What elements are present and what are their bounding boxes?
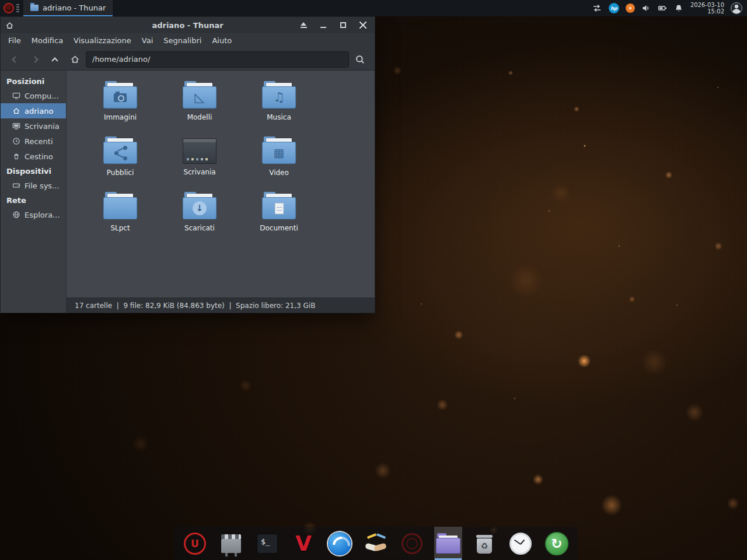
window-controls — [296, 19, 375, 32]
logout-icon — [545, 532, 568, 555]
minimize-button[interactable] — [316, 19, 330, 32]
sidebar-item-scrivania[interactable]: Scrivania — [1, 118, 66, 134]
home-button[interactable] — [66, 51, 83, 68]
file-pubblici[interactable]: Pubblici — [81, 134, 160, 190]
dock-red-v-app[interactable]: V — [289, 527, 317, 560]
shade-button[interactable] — [296, 19, 310, 32]
sidebar-item-adriano[interactable]: adriano — [1, 103, 66, 118]
file-scaricati[interactable]: Scaricati — [160, 190, 239, 245]
menu-visualizzazione[interactable]: Visualizzazione — [68, 33, 137, 48]
menubar: File Modifica Visualizzazione Vai Segnal… — [1, 33, 375, 48]
file-slpct[interactable]: SLpct — [81, 190, 160, 245]
back-button[interactable] — [6, 51, 24, 68]
software-orange-icon[interactable] — [626, 4, 635, 13]
hp-icon[interactable]: hp — [609, 3, 619, 13]
sidebar-item-esplora-rete[interactable]: Esplora... — [1, 207, 66, 222]
panel-clock[interactable]: 2026-03-10 15:02 — [690, 2, 724, 15]
recent-icon — [12, 137, 20, 145]
sidebar-label: Recenti — [25, 137, 53, 146]
folder-downloads-icon — [183, 192, 217, 220]
folder-documents-icon — [262, 192, 296, 220]
dock-terminal[interactable]: $_ — [253, 527, 281, 560]
filesystem-icon — [12, 181, 20, 190]
dock-distro-emblem[interactable] — [398, 527, 426, 560]
dock-trash[interactable]: ♻ — [470, 527, 498, 560]
up-button[interactable] — [46, 51, 64, 68]
statusbar: 17 cartelle | 9 file: 82,9 KiB (84.863 b… — [67, 298, 375, 313]
menu-file[interactable]: File — [3, 33, 26, 48]
dock-distro-logo[interactable] — [181, 527, 209, 560]
bell-icon[interactable] — [674, 4, 684, 13]
menu-segnalibri[interactable]: Segnalibri — [158, 33, 207, 48]
sidebar-label: Scrivania — [25, 122, 60, 131]
dock-video-editor[interactable] — [217, 527, 245, 560]
dock: $_ V ♻ — [174, 527, 578, 560]
file-video[interactable]: Video — [239, 134, 319, 190]
maximize-button[interactable] — [336, 19, 350, 32]
menu-aiuto[interactable]: Aiuto — [207, 33, 237, 48]
folder-video-icon — [262, 136, 296, 164]
red-v-app-icon: V — [295, 533, 312, 554]
menu-vai[interactable]: Vai — [137, 33, 158, 48]
folder-plain-icon — [103, 192, 137, 220]
network-icon — [12, 211, 20, 219]
sidebar-label: File sys... — [25, 181, 60, 190]
thunar-task-icon — [30, 5, 39, 11]
sidebar-item-recenti[interactable]: Recenti — [1, 134, 66, 149]
sidebar-item-computer[interactable]: Compu... — [1, 88, 66, 103]
sidebar-label: Esplora... — [25, 211, 60, 219]
close-button[interactable] — [356, 19, 370, 32]
system-tray: hp 20 — [592, 0, 747, 16]
sidebar-label: Cestino — [25, 152, 53, 161]
search-icon[interactable] — [351, 51, 369, 68]
taskbar-window-label: adriano - Thunar — [43, 4, 106, 12]
distro-logo-icon — [184, 533, 206, 555]
web-browser-icon — [328, 532, 351, 555]
folder-images-icon — [103, 81, 137, 109]
path-input[interactable] — [86, 51, 349, 68]
file-immagini[interactable]: Immagini — [81, 79, 160, 134]
dock-logout[interactable] — [543, 527, 571, 560]
file-manager-icon — [436, 533, 460, 554]
volume-icon[interactable] — [641, 4, 651, 13]
desktop: adriano - Thunar hp — [0, 0, 747, 560]
titlebar[interactable]: adriano - Thunar — [1, 17, 375, 33]
panel-left: adriano - Thunar — [0, 0, 113, 16]
battery-icon[interactable] — [658, 4, 668, 13]
menu-modifica[interactable]: Modifica — [26, 33, 68, 48]
user-avatar-icon[interactable] — [731, 2, 742, 14]
status-text: 17 cartelle | 9 file: 82,9 KiB (84.863 b… — [75, 302, 315, 310]
panel-date: 2026-03-10 — [690, 2, 724, 9]
file-documenti[interactable]: Documenti — [239, 190, 319, 245]
clock-dock-icon — [509, 533, 532, 555]
sidebar-header-rete: Rete — [1, 193, 66, 207]
thunar-window: adriano - Thunar File Modifica Visualizz… — [0, 16, 375, 313]
distro-emblem-icon — [402, 533, 423, 554]
computer-icon — [12, 92, 20, 100]
dock-clock[interactable] — [507, 527, 535, 560]
collaboration-icon — [364, 531, 388, 556]
panel-grip-handle[interactable] — [16, 4, 19, 12]
taskbar-window-button[interactable]: adriano - Thunar — [23, 0, 113, 16]
top-panel: adriano - Thunar hp — [0, 0, 747, 16]
desktop-preview-icon — [183, 138, 217, 164]
desktop-icon — [12, 122, 20, 130]
file-modelli[interactable]: Modelli — [160, 79, 239, 134]
sidebar-item-filesystem[interactable]: File sys... — [1, 178, 66, 193]
dock-collaboration[interactable] — [362, 527, 390, 560]
trash-dock-icon: ♻ — [476, 534, 493, 554]
file-scrivania[interactable]: Scrivania — [160, 134, 239, 190]
dock-file-manager[interactable] — [434, 527, 462, 560]
sidebar-item-cestino[interactable]: Cestino — [1, 149, 66, 164]
transfer-arrows-icon[interactable] — [592, 4, 602, 13]
main-column: Immagini Modelli M — [67, 71, 375, 313]
folder-templates-icon — [183, 81, 217, 109]
sidebar-header-posizioni: Posizioni — [1, 74, 66, 88]
file-musica[interactable]: Musica — [239, 79, 319, 134]
folder-public-icon — [103, 136, 137, 164]
window-body: Posizioni Compu... adriano — [1, 71, 375, 313]
panel-time: 15:02 — [690, 8, 724, 15]
distro-menu-icon[interactable] — [4, 3, 14, 13]
forward-button[interactable] — [26, 51, 44, 68]
dock-web-browser[interactable] — [326, 527, 354, 560]
